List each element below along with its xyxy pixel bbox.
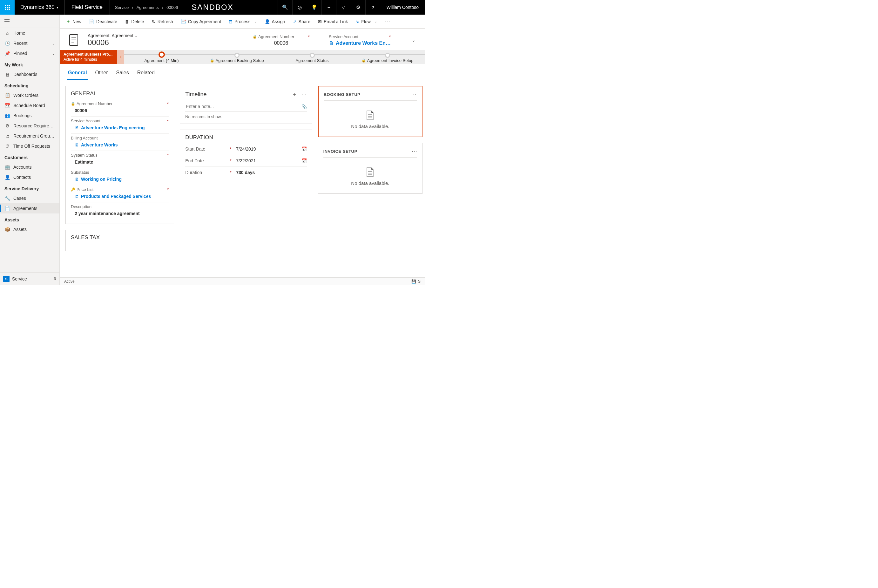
copy-icon: 📑 xyxy=(181,19,186,24)
chevron-down-icon: ⌄ xyxy=(135,34,138,38)
note-input[interactable] xyxy=(185,101,301,111)
share-button[interactable]: ↗Share xyxy=(290,17,313,26)
tab-related[interactable]: Related xyxy=(136,68,155,80)
nav-assets[interactable]: 📦Assets xyxy=(0,224,59,234)
field-billing-account[interactable]: Billing Account 🗎Adventure Works xyxy=(71,134,169,151)
calendar-icon[interactable]: 📅 xyxy=(301,147,307,152)
calendar-icon[interactable]: 📅 xyxy=(301,158,307,163)
brand[interactable]: Dynamics 365 ▾ xyxy=(15,4,64,10)
nav-resource-requirements[interactable]: ⚙Resource Require… xyxy=(0,121,59,131)
nav-cases[interactable]: 🔧Cases xyxy=(0,193,59,203)
filter-icon[interactable]: ▽ xyxy=(336,0,351,15)
refresh-button[interactable]: ↻Refresh xyxy=(149,17,176,26)
svg-rect-3 xyxy=(5,7,6,8)
bpf-stage-status[interactable]: Agreement Status xyxy=(274,50,350,64)
field-duration[interactable]: Duration * 730 days xyxy=(185,167,307,178)
more-commands[interactable]: ⋯ xyxy=(382,16,394,27)
tab-other[interactable]: Other xyxy=(95,68,109,80)
hamburger-button[interactable] xyxy=(0,15,59,28)
lookup-icon: 🗎 xyxy=(75,142,79,147)
dashboard-icon: ▦ xyxy=(4,72,10,77)
entity-label[interactable]: Agreement: Agreement xyxy=(88,33,133,38)
account-icon: 🗎 xyxy=(329,40,334,46)
copy-button[interactable]: 📑Copy Agreement xyxy=(178,17,224,26)
module-name[interactable]: Field Service xyxy=(64,4,109,10)
task-icon[interactable]: ◶ xyxy=(292,0,307,15)
lightbulb-icon[interactable]: 💡 xyxy=(307,0,321,15)
nav-home[interactable]: ⌂Home xyxy=(0,28,59,38)
entity-icon xyxy=(67,33,81,47)
nav-requirement-groups[interactable]: 🗂Requirement Grou… xyxy=(0,131,59,141)
env-label: SANDBOX xyxy=(192,3,233,12)
nav-agreements[interactable]: 📄Agreements xyxy=(0,203,59,213)
share-icon: ↗ xyxy=(293,19,297,24)
search-icon[interactable]: 🔍 xyxy=(278,0,292,15)
section-scheduling: Scheduling xyxy=(0,80,59,90)
bpf-stage-invoice-setup[interactable]: 🔒Agreement Invoice Setup xyxy=(350,50,425,64)
more-button[interactable]: ⋯ xyxy=(411,91,417,98)
help-icon[interactable]: ? xyxy=(365,0,380,15)
expand-header[interactable]: ⌄ xyxy=(410,36,417,45)
nav-label: Schedule Board xyxy=(13,103,45,108)
box-icon: 📦 xyxy=(4,227,10,232)
field-service-account[interactable]: Service Account* 🗎Adventure Works Engine… xyxy=(71,117,169,134)
field-description[interactable]: Description 2 year maintenance agreement xyxy=(71,202,169,219)
pin-icon: 📌 xyxy=(4,51,10,56)
email-link-button[interactable]: ✉Email a Link xyxy=(315,17,351,26)
nav-accounts[interactable]: 🏢Accounts xyxy=(0,162,59,172)
nav-pinned[interactable]: 📌Pinned⌄ xyxy=(0,48,59,58)
app-launcher[interactable] xyxy=(0,0,15,15)
deactivate-icon: 📄 xyxy=(89,19,94,24)
more-button[interactable]: ⋯ xyxy=(411,148,417,155)
crumb[interactable]: Agreements xyxy=(136,5,159,10)
tab-general[interactable]: General xyxy=(67,68,88,80)
deactivate-button[interactable]: 📄Deactivate xyxy=(86,17,120,26)
lookup-icon: 🗎 xyxy=(75,194,79,199)
lock-icon: 🔒 xyxy=(253,34,257,39)
settings-icon[interactable]: ⚙ xyxy=(351,0,365,15)
nav-schedule-board[interactable]: 📅Schedule Board xyxy=(0,100,59,111)
new-button[interactable]: ＋New xyxy=(63,17,84,26)
add-activity-button[interactable]: ＋ xyxy=(292,90,297,98)
area-switcher[interactable]: S Service ⇅ xyxy=(0,272,59,285)
tab-sales[interactable]: Sales xyxy=(115,68,130,80)
nav-dashboards[interactable]: ▦Dashboards xyxy=(0,69,59,80)
nav-label: Accounts xyxy=(13,165,32,170)
bpf-stage-booking-setup[interactable]: 🔒Agreement Booking Setup xyxy=(199,50,274,64)
flow-button[interactable]: ∿Flow⌄ xyxy=(352,17,380,26)
field-system-status[interactable]: System Status* Estimate xyxy=(71,151,169,168)
crumb[interactable]: Service xyxy=(115,5,129,10)
bpf-collapse-button[interactable]: ‹ xyxy=(117,50,124,64)
add-icon[interactable]: ＋ xyxy=(321,0,336,15)
person-icon: 👤 xyxy=(4,175,10,180)
bpf-stage-agreement[interactable]: Agreement (4 Min) xyxy=(124,50,199,64)
nav-bookings[interactable]: 👥Bookings xyxy=(0,111,59,121)
card-title: GENERAL xyxy=(71,90,169,97)
field-substatus[interactable]: Substatus 🗎Working on Pricing xyxy=(71,168,169,185)
delete-button[interactable]: 🗑Delete xyxy=(122,17,147,26)
field-price-list[interactable]: 🔑Price List* 🗎Products and Packaged Serv… xyxy=(71,185,169,202)
nav-time-off[interactable]: ⏱Time Off Requests xyxy=(0,141,59,151)
bpf-header[interactable]: Agreement Business Pro… Active for 4 min… xyxy=(60,50,117,64)
user-name[interactable]: William Contoso xyxy=(380,0,425,15)
attach-icon[interactable]: 📎 xyxy=(301,104,307,109)
people-icon: 👥 xyxy=(4,113,10,118)
svg-rect-7 xyxy=(7,9,8,10)
svg-rect-5 xyxy=(9,7,10,8)
more-button[interactable]: ⋯ xyxy=(301,90,307,98)
field-start-date[interactable]: Start Date * 7/24/2019 📅 xyxy=(185,143,307,155)
process-button[interactable]: ⊟Process⌄ xyxy=(226,17,260,26)
nav-label: Requirement Grou… xyxy=(13,134,54,138)
nav-contacts[interactable]: 👤Contacts xyxy=(0,172,59,182)
crumb[interactable]: 00006 xyxy=(166,5,178,10)
service-account-link[interactable]: 🗎 Adventure Works En… xyxy=(329,40,391,46)
nav-work-orders[interactable]: 📋Work Orders xyxy=(0,90,59,100)
form-header: Agreement: Agreement ⌄ 00006 🔒Agreement … xyxy=(60,28,425,50)
nav-recent[interactable]: 🕒Recent⌄ xyxy=(0,38,59,48)
clock-off-icon: ⏱ xyxy=(4,144,10,148)
save-icon[interactable]: 💾 xyxy=(411,279,416,284)
assign-button[interactable]: 👤Assign xyxy=(261,17,288,26)
field-end-date[interactable]: End Date * 7/22/2021 📅 xyxy=(185,155,307,167)
field-agreement-number[interactable]: 🔒Agreement Number* 00006 xyxy=(71,99,169,117)
lock-icon: 🔒 xyxy=(210,58,214,63)
